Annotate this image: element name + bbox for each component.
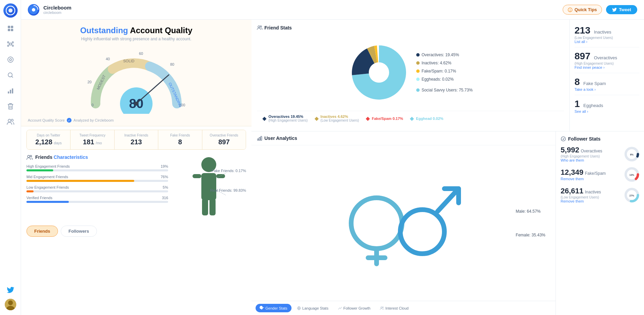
svg-point-76 xyxy=(561,137,566,141)
sidebar xyxy=(0,0,21,315)
svg-text:27%: 27% xyxy=(629,194,635,197)
svg-point-27 xyxy=(8,300,13,305)
svg-line-18 xyxy=(12,77,13,78)
list-all-link[interactable]: List all › xyxy=(575,40,639,44)
sidebar-item-users[interactable] xyxy=(4,115,17,129)
tab-gender-stats[interactable]: Gender Stats xyxy=(256,304,291,312)
friends-followers-tabs: Friends Followers xyxy=(21,222,251,237)
svg-point-65 xyxy=(351,198,402,249)
sidebar-item-circle[interactable] xyxy=(4,53,17,66)
brand-info: Circleboom circleboom xyxy=(43,5,72,15)
svg-point-50 xyxy=(30,155,32,157)
follower-stats-header: Follower Stats xyxy=(561,136,639,142)
pie-bottom-row: ◆ Overactives 19.45% (High Engagement Us… xyxy=(257,111,564,126)
friends-figure: Fake Friends: 0.17% Real Friends: 99.83% xyxy=(172,154,246,219)
stat-fake-friends: Fake Friends 8 xyxy=(158,130,202,149)
gauge-title: Outstanding Account Quality xyxy=(28,26,245,35)
svg-point-24 xyxy=(8,119,11,122)
tab-interest-cloud[interactable]: Interest Cloud xyxy=(376,304,412,312)
svg-text:13%: 13% xyxy=(629,174,635,176)
svg-point-30 xyxy=(32,8,35,12)
stat-inactive-friends: Inactive Friends 213 xyxy=(115,130,158,149)
sidebar-item-dashboard[interactable] xyxy=(4,22,17,35)
pie-stat-inactives: ◆ Inactives 4.62% (Low Engagement Users) xyxy=(315,114,359,122)
avatar[interactable] xyxy=(5,299,16,310)
who-are-them-link[interactable]: Who are them xyxy=(561,158,622,162)
stat-overactive-friends: Overactive Friends 897 xyxy=(202,130,246,149)
fs-fake-spam: 8 Fake Spam Take a look › xyxy=(575,77,639,95)
sidebar-item-twitter[interactable] xyxy=(4,283,17,297)
sidebar-logo xyxy=(3,3,18,18)
tab-follower-growth[interactable]: Follower Growth xyxy=(334,304,375,312)
fs-inactives: 213 Inactives (Low Engagement Users) Lis… xyxy=(575,25,639,47)
user-analytics-content: Male: 64.57% Female: 35.43% xyxy=(251,145,556,301)
tab-followers[interactable]: Followers xyxy=(61,226,97,237)
tab-friends[interactable]: Friends xyxy=(26,226,58,237)
svg-line-14 xyxy=(12,44,12,45)
svg-text:✓: ✓ xyxy=(68,119,71,122)
sidebar-item-delete[interactable] xyxy=(4,100,17,113)
svg-point-68 xyxy=(400,210,444,254)
sidebar-item-analytics[interactable] xyxy=(4,84,17,98)
pie-stat-fakespam: ◆ Fake/Spam 0.17% xyxy=(366,114,403,122)
tweet-button[interactable]: Tweet xyxy=(606,5,637,14)
gauge-container: MODEST SOLID OUTSTANDING 0 20 40 60 80 1… xyxy=(79,46,194,115)
svg-rect-55 xyxy=(202,198,208,215)
remove-them-link-1[interactable]: Remove them xyxy=(561,177,622,181)
svg-rect-52 xyxy=(201,173,216,200)
tab-language-stats[interactable]: Language Stats xyxy=(293,304,333,312)
svg-point-75 xyxy=(382,307,383,308)
stats-row: Days on Twitter 2,128 days Tweet Frequen… xyxy=(26,130,246,150)
svg-rect-21 xyxy=(12,88,13,93)
gender-labels: Male: 64.57% Female: 35.43% xyxy=(516,206,545,240)
left-panel: Outstanding Account Quality Highly influ… xyxy=(21,20,251,315)
inner-peace-link[interactable]: Find inner peace › xyxy=(575,65,639,69)
follower-stat-fakespam: 12,349 Fake/Spam Remove them 13% xyxy=(561,167,639,182)
bar-mid-engagement: Mid Engagement Friends76% xyxy=(26,175,168,182)
svg-line-69 xyxy=(438,189,458,211)
see-all-link[interactable]: See all › xyxy=(575,109,639,113)
svg-point-16 xyxy=(9,59,12,61)
follower-stats: Follower Stats 5,992 Overactives (High E… xyxy=(556,131,644,315)
svg-rect-54 xyxy=(216,174,225,178)
bar-low-engagement: Low Engagement Friends5% xyxy=(26,185,168,192)
remove-them-link-2[interactable]: Remove them xyxy=(561,199,622,203)
friend-stats-header: Friend Stats xyxy=(257,25,564,30)
svg-point-61 xyxy=(369,62,389,83)
svg-line-13 xyxy=(9,44,9,45)
user-analytics: User Analytics xyxy=(251,131,556,315)
account-quality-label: Account Quality Score ✓ Analyzed by Circ… xyxy=(28,118,245,123)
svg-rect-4 xyxy=(8,29,10,31)
pie-chart-area: Overactives: 19.45% Inactives: 4.62% Fak… xyxy=(257,34,564,111)
svg-rect-20 xyxy=(10,90,11,93)
friends-section: Friends Characteristics High Engagement … xyxy=(21,150,251,222)
svg-point-49 xyxy=(27,155,30,158)
brand-handle: circleboom xyxy=(43,10,72,15)
sidebar-item-search[interactable] xyxy=(4,68,17,82)
gauge-subtitle: Highly influential with strong presence … xyxy=(28,37,245,41)
bar-high-engagement: High Engagement Friends19% xyxy=(26,164,168,171)
user-analytics-header: User Analytics xyxy=(251,131,556,145)
pie-stat-overactives: ◆ Overactives 19.45% (High Engagement Us… xyxy=(262,114,308,122)
quick-tips-button[interactable]: Quick Tips xyxy=(563,5,602,15)
svg-rect-19 xyxy=(8,91,9,93)
svg-point-17 xyxy=(8,73,12,77)
friend-stats-sidebar: 213 Inactives (Low Engagement Users) Lis… xyxy=(569,20,644,131)
svg-text:SOLID: SOLID xyxy=(123,59,134,63)
svg-rect-56 xyxy=(209,198,216,215)
take-a-look-link[interactable]: Take a look › xyxy=(575,87,639,91)
friend-stats-chart: Friend Stats xyxy=(251,20,569,131)
svg-text:6%: 6% xyxy=(630,153,634,156)
svg-rect-64 xyxy=(261,136,262,140)
svg-point-46 xyxy=(134,102,138,106)
brand-name: Circleboom xyxy=(43,5,72,10)
pie-stat-egghead: ◆ Egghead 0.02% xyxy=(410,114,443,122)
svg-point-6 xyxy=(9,43,12,45)
svg-point-74 xyxy=(381,307,382,308)
sidebar-item-network[interactable] xyxy=(4,37,17,51)
real-friends-label: Real Friends: 99.83% xyxy=(210,188,246,192)
svg-rect-63 xyxy=(259,138,260,141)
svg-line-12 xyxy=(12,43,12,44)
content-area: Outstanding Account Quality Highly influ… xyxy=(21,20,644,315)
top-header: Circleboom circleboom Quick Tips Tweet xyxy=(21,0,644,20)
